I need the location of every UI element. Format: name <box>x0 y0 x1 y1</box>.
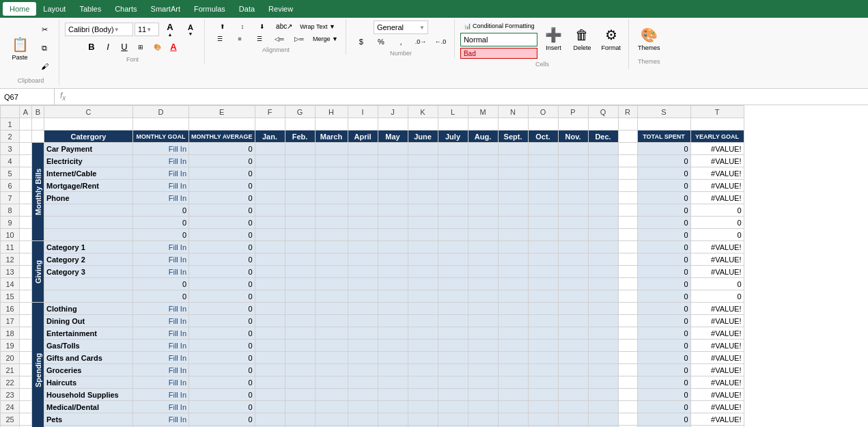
grid-wrapper[interactable]: A B C D E F G H I J K L M N O P Q <box>0 105 868 427</box>
col-H[interactable]: H <box>315 106 348 118</box>
col-A[interactable]: A <box>20 106 32 118</box>
align-left-button[interactable]: ☰ <box>210 33 229 44</box>
row-15: 15 0 0 0 0 <box>1 290 744 303</box>
row-3: 3 Monthly Bills Car Payment Fill In 0 <box>1 143 744 155</box>
merge-button[interactable]: Merge ▼ <box>309 33 341 44</box>
row-14: 14 0 0 0 0 <box>1 278 744 290</box>
menu-layout[interactable]: Layout <box>36 2 72 16</box>
grow-font-button[interactable]: A▲ <box>160 20 180 38</box>
bad-style-box[interactable]: Bad <box>460 48 538 59</box>
border-button[interactable]: ⊞ <box>133 42 148 53</box>
car-goal-cell[interactable]: Fill In <box>133 143 189 155</box>
italic-button[interactable]: I <box>100 40 115 54</box>
may-header: May <box>378 130 408 143</box>
ribbon-group-format: 📊 Conditional Formatting Normal Bad ➕ In… <box>456 19 629 69</box>
highlight-button[interactable]: 🎨 <box>150 42 165 53</box>
col-E[interactable]: E <box>189 106 255 118</box>
align-bottom-button[interactable]: ⬇ <box>253 21 272 32</box>
delete-label: Delete <box>573 44 591 51</box>
menu-tables[interactable]: Tables <box>72 2 108 16</box>
underline-button[interactable]: U <box>117 40 132 54</box>
row-num-3: 3 <box>1 143 20 155</box>
col-D[interactable]: D <box>133 106 189 118</box>
font-size-selector[interactable]: 11 ▼ <box>135 23 159 36</box>
menu-review[interactable]: Review <box>262 2 300 16</box>
menu-data[interactable]: Data <box>232 2 262 16</box>
text-direction-button[interactable]: abc↗ <box>272 20 296 32</box>
col-C[interactable]: C <box>44 106 133 118</box>
menu-smartart[interactable]: SmartArt <box>144 2 187 16</box>
menu-bar: Home Layout Tables Charts SmartArt Formu… <box>0 0 868 18</box>
total-spent-header: TOTAL SPENT <box>637 130 690 143</box>
col-Q[interactable]: Q <box>588 106 618 118</box>
row-num-25: 25 <box>1 413 20 426</box>
col-J[interactable]: J <box>378 106 408 118</box>
increase-decimal-button[interactable]: .0→ <box>411 36 430 47</box>
number-format-dropdown[interactable]: General ▼ <box>374 20 428 34</box>
monthly-avg-header: MONTHLY AVERAGE <box>189 130 255 143</box>
col-I[interactable]: I <box>348 106 378 118</box>
font-name-selector[interactable]: Calibri (Body) ▼ <box>65 23 133 36</box>
row-num-5: 5 <box>1 167 20 180</box>
copy-button[interactable]: ⧉ <box>34 39 55 57</box>
format-painter-button[interactable]: 🖌 <box>34 57 55 75</box>
col-S[interactable]: S <box>637 106 690 118</box>
comma-button[interactable]: , <box>391 36 410 48</box>
decrease-indent-button[interactable]: ◁═ <box>270 33 289 44</box>
ribbon-group-clipboard: 📋 Paste ✂ ⧉ 🖌 Clipboard <box>3 19 59 85</box>
col-P[interactable]: P <box>558 106 588 118</box>
wrap-text-button[interactable]: Wrap Text ▼ <box>296 21 339 32</box>
conditional-formatting-button[interactable]: 📊 Conditional Formatting <box>460 20 538 31</box>
percent-button[interactable]: % <box>372 36 391 48</box>
paste-button[interactable]: 📋 Paste <box>7 30 33 66</box>
category-header: Catergory <box>44 130 133 143</box>
row-num-2: 2 <box>1 130 20 143</box>
align-top-button[interactable]: ⬆ <box>213 21 232 32</box>
bold-button[interactable]: B <box>84 40 99 54</box>
cut-button[interactable]: ✂ <box>34 20 55 38</box>
themes-icon: 🎨 <box>639 25 658 44</box>
row-24: 24 Medical/Dental Fill In 0 0 #VALUE! <box>1 401 744 413</box>
col-R[interactable]: R <box>618 106 637 118</box>
delete-button[interactable]: 🗑 Delete <box>569 20 595 56</box>
col-M[interactable]: M <box>468 106 498 118</box>
align-center-button[interactable]: ≡ <box>230 33 249 44</box>
font-color-button[interactable]: A <box>166 40 181 54</box>
col-B[interactable]: B <box>32 106 44 118</box>
monthly-goal-header: MONTHLY GOAL <box>133 130 189 143</box>
align-right-button[interactable]: ☰ <box>250 33 269 44</box>
col-K[interactable]: K <box>408 106 438 118</box>
row-16: 16 Spending Clothing Fill In 0 0 #VALUE! <box>1 303 744 315</box>
paste-icon: 📋 <box>10 35 29 54</box>
decrease-decimal-button[interactable]: ←.0 <box>431 36 450 47</box>
col-F[interactable]: F <box>255 106 285 118</box>
menu-formulas[interactable]: Formulas <box>187 2 232 16</box>
normal-style-box[interactable]: Normal <box>460 33 538 46</box>
col-N[interactable]: N <box>498 106 528 118</box>
menu-charts[interactable]: Charts <box>108 2 143 16</box>
car-avg-cell[interactable]: 0 <box>189 143 255 155</box>
col-L[interactable]: L <box>438 106 468 118</box>
align-middle-button[interactable]: ↕ <box>233 21 252 32</box>
row-9: 9 0 0 0 0 <box>1 217 744 229</box>
format-button[interactable]: ⚙ Format <box>598 20 624 56</box>
row-num-4: 4 <box>1 155 20 167</box>
col-T[interactable]: T <box>690 106 744 118</box>
menu-home[interactable]: Home <box>3 2 36 16</box>
col-O[interactable]: O <box>528 106 558 118</box>
car-payment-cell[interactable]: Car Payment <box>44 143 133 155</box>
formula-input[interactable] <box>71 93 868 101</box>
row-num-18: 18 <box>1 327 20 340</box>
shrink-font-button[interactable]: A▼ <box>181 22 200 38</box>
increase-indent-button[interactable]: ▷═ <box>290 33 309 44</box>
currency-button[interactable]: $ <box>352 36 371 48</box>
font-name-arrow: ▼ <box>114 27 120 33</box>
formula-bar: Q67 fx <box>0 89 868 105</box>
row-num-17: 17 <box>1 315 20 327</box>
insert-button[interactable]: ➕ Insert <box>540 20 566 56</box>
col-G[interactable]: G <box>285 106 315 118</box>
row-8: 8 0 0 0 0 <box>1 204 744 217</box>
format-label: Format <box>601 44 621 51</box>
cell-ref-box[interactable]: Q67 <box>0 89 55 105</box>
themes-button[interactable]: 🎨 Themes <box>634 20 664 56</box>
